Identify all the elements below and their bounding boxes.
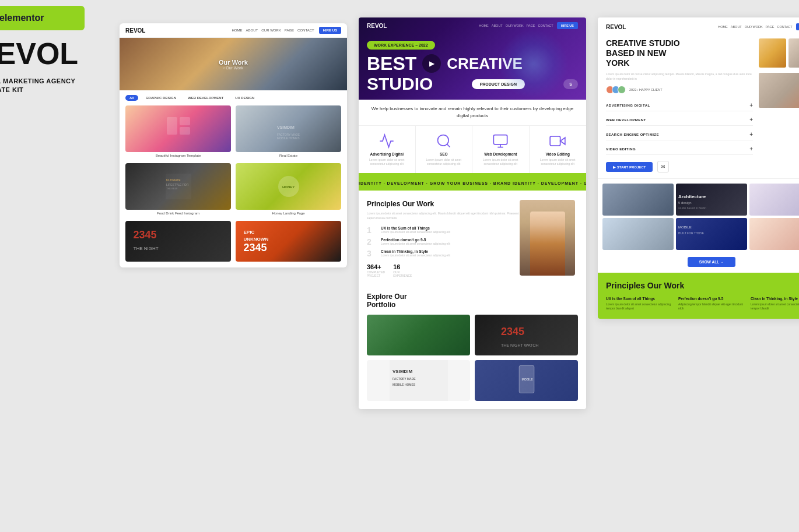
label-realestate: Real Estate (236, 154, 341, 157)
svg-text:THE NIGHT: THE NIGHT (134, 246, 159, 251)
thumb-black: 2345 THE NIGHT (125, 221, 231, 262)
service-desc-3: Lorem ipsum dolor sit amet consectetur a… (477, 158, 524, 166)
service-name-2: SEO (420, 152, 468, 156)
svg-rect-22 (494, 135, 507, 145)
right-desc: Lorem ipsum dolor sit conse ctetur adipi… (606, 72, 753, 81)
r-hire-btn[interactable]: HIRE US (796, 23, 799, 30)
p-desc-1: Lorem ipsum dolor sit amet consectetur a… (381, 230, 450, 234)
svg-text:THE NIGHT WATCH: THE NIGHT WATCH (501, 343, 538, 347)
stat-num-2: 16 (393, 263, 412, 270)
happy-clients: 2022+ HAPPY CLIENT (606, 86, 753, 94)
service-name-3: Web Development (477, 152, 524, 156)
play-btn[interactable]: ▶ (422, 54, 441, 73)
hero-product-btn[interactable]: PRODUCT DESIGN (472, 79, 525, 89)
portfolio-item-2: VSIMDIM FACTORY MADE MOBILE HOMES Real E… (236, 105, 341, 157)
svg-text:MOBILE: MOBILE (521, 378, 533, 381)
mail-icon[interactable]: ✉ (657, 161, 669, 172)
rp-portfolio2 (602, 218, 674, 250)
svg-text:MOBILE HOMES: MOBILE HOMES (393, 383, 416, 386)
right-portfolio-grid: Architecture 5 design studio based in Be… (598, 179, 799, 255)
portfolio-hero-overlay: Our Work › Our Work (120, 38, 347, 90)
brand-title: REVOL (0, 38, 108, 69)
port-thumb-dark: 2345 THE NIGHT WATCH (475, 315, 578, 355)
r-brand: REVOL (606, 24, 626, 30)
svg-text:MOBILE HOMES: MOBILE HOMES (277, 136, 300, 140)
hero-row1: BEST ▶ CREATIVE (367, 54, 578, 73)
m-brand: REVOL (367, 23, 387, 29)
svg-text:2345: 2345 (244, 242, 267, 253)
start-project-btn[interactable]: ▶ START PROJECT (606, 162, 653, 172)
portfolio-hero-left: Our Work › Our Work (120, 38, 347, 90)
service-desc-2: Lorem ipsum dolor sit amet consectetur a… (420, 158, 468, 166)
show-all-btn[interactable]: SHOW ALL → (688, 257, 736, 267)
right-images: ↗ (759, 38, 799, 172)
svg-text:5 design: 5 design (678, 201, 692, 205)
service-webdev: Web Development Lorem ipsum dolor sit am… (472, 126, 530, 173)
svg-rect-6 (180, 127, 190, 135)
thumb-food: ULTIMATE LIFESTYLE FOR THE BEEF (125, 163, 231, 210)
service-plus-1[interactable]: + (749, 102, 753, 108)
label-food: Food Drink Feed Instagram (125, 212, 231, 215)
seo-icon (436, 133, 452, 149)
principles-desc: Lorem ipsum dolor sit amet consectetur a… (367, 212, 520, 220)
left-panel: elementor REVOL DIGITAL MARKETING AGENCY… (0, 6, 108, 95)
portfolio-preview-left: REVOL HOME ABOUT OUR WORK PAGE CONTACT H… (120, 23, 347, 267)
rp-p-desc-2: Adipiscing tempor blandit aliquet elit e… (678, 302, 745, 311)
right-panel: REVOL HOME ABOUT OUR WORK PAGE CONTACT H… (598, 17, 799, 319)
rp-mobile: MOBILE BUILT FOR THOSE (676, 218, 747, 250)
p-title-3: Clean in Thinking, in Style (381, 249, 450, 253)
hero-creative: CREATIVE (447, 56, 523, 71)
service-seo: SEO Lorem ipsum dolor sit amet consectet… (416, 126, 473, 173)
rp-dark2: Architecture 5 design studio based in Be… (676, 184, 747, 216)
portfolio-item-3: ULTIMATE LIFESTYLE FOR THE BEEF Food Dri… (125, 163, 231, 215)
service-name-4: Video Editing (534, 152, 582, 156)
filter-graphic[interactable]: GRAPHIC DESIGN (142, 95, 180, 101)
avatar-3 (618, 86, 626, 94)
filter-ux[interactable]: UX DESIGN (231, 95, 258, 101)
video-icon (549, 133, 566, 149)
svg-text:2345: 2345 (134, 229, 157, 241)
principle-3: 3 Clean in Thinking, in Style Lorem ipsu… (367, 249, 520, 258)
right-nav: REVOL HOME ABOUT OUR WORK PAGE CONTACT H… (606, 23, 799, 30)
label-instagram: Beautiful Instagram Template (125, 154, 231, 157)
m-nav-page: PAGE (527, 24, 535, 27)
nav-page: PAGE (285, 29, 294, 32)
p-num-3: 3 (367, 249, 376, 258)
elementor-badge: elementor (0, 6, 85, 30)
filter-web[interactable]: WEB DEVELOPMENT (184, 95, 227, 101)
svg-text:BUILT FOR THOSE: BUILT FOR THOSE (678, 231, 705, 235)
rp-principle-3: Clean in Thinking, in Style Lorem ipsum … (751, 297, 799, 311)
rp-principle-2: Perfection doesn't go 9-5 Adipiscing tem… (678, 297, 745, 311)
right-principles-section: Principles Our Work UX is the Sum of all… (598, 273, 799, 319)
portfolio-filters: All GRAPHIC DESIGN WEB DEVELOPMENT UX DE… (120, 90, 347, 105)
port-thumb-green (367, 315, 470, 355)
m-hire-btn[interactable]: HIRE US (557, 22, 578, 29)
m-nav-about: ABOUT (492, 24, 503, 27)
nav-about: ABOUT (246, 29, 258, 32)
port-thumb-vsim: VSIMDIM FACTORY MADE MOBILE HOMES (367, 360, 470, 401)
p-desc-3: Lorem ipsum dolor sit amet consectetur a… (381, 253, 450, 258)
service-desc-4: Lorem ipsum dolor sit amet consectetur a… (534, 158, 582, 166)
rp-light (749, 184, 799, 216)
svg-text:EPIC: EPIC (244, 230, 255, 235)
svg-text:ULTIMATE: ULTIMATE (166, 178, 181, 182)
service-plus-2[interactable]: + (749, 117, 753, 123)
service-row-name-4: VIDEO EDITING (606, 147, 636, 151)
port-thumb-mobile: MOBILE (475, 360, 578, 401)
happy-text: 2022+ HAPPY CLIENT (629, 88, 663, 91)
p-title-2: Perfection doesn't go 9-5 (381, 238, 450, 242)
svg-text:Architecture: Architecture (678, 194, 706, 199)
svg-rect-4 (167, 117, 177, 135)
portfolio-grid-row1: Beautiful Instagram Template VSIMDIM FAC… (120, 105, 347, 163)
hire-btn-left[interactable]: HIRE US (319, 27, 341, 34)
svg-rect-5 (180, 117, 190, 125)
service-row-4: VIDEO EDITING + (606, 143, 753, 155)
p-desc-2: Lorem ipsum dolor sit amet consectetur a… (381, 242, 450, 246)
thumb-orange: EPIC UNKNOWN 2345 (236, 221, 341, 262)
filter-all[interactable]: All (125, 95, 138, 101)
service-plus-3[interactable]: + (749, 131, 753, 138)
ticker-bar: IDENTITY · DEVELOPMENT · GROW YOUR BUSIN… (359, 173, 586, 191)
r-nav-page: PAGE (766, 25, 775, 29)
service-plus-4[interactable]: + (749, 146, 753, 152)
stat-label-2: OUREXPERIENCE (393, 270, 412, 277)
